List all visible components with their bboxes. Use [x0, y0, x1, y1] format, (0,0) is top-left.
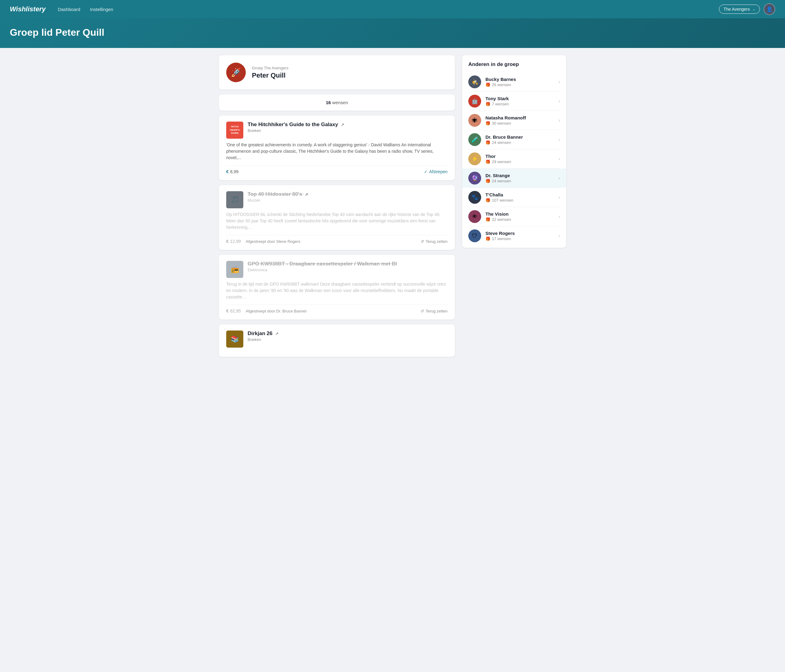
chevron-right-icon: › — [558, 118, 560, 123]
external-link-icon[interactable]: ↗ — [275, 331, 278, 336]
member-item[interactable]: 🐾 T'Challa 🎁 107 wensen › — [462, 188, 566, 207]
gift-icon: 🎁 — [485, 159, 490, 164]
member-avatar: 🕵 — [468, 75, 481, 88]
wish-header: 📚 Dirkjan 26 ↗ Boeken — [226, 331, 447, 348]
wish-title-area: The Hitchhiker's Guide to the Galaxy ↗ B… — [248, 122, 344, 133]
wish-header: 🎵 Top 40 Hitdossier 80's ↗ Muziek — [226, 191, 447, 208]
terug-zetten-button[interactable]: ↺ Terug zetten — [421, 309, 447, 313]
wish-card-content: 📻 GPO KW938BT - Draagbare cassettespeler… — [219, 255, 455, 320]
wish-thumbnail: HITCHHIKER'SGUIDE — [226, 122, 243, 139]
member-item[interactable]: 🔮 Dr. Strange 🎁 24 wensen › — [462, 168, 566, 187]
member-name: T'Challa — [485, 192, 554, 197]
wish-category: Elektronica — [248, 268, 397, 272]
member-name: Dr. Bruce Banner — [485, 134, 554, 140]
wishes-count-content: 16 wensen — [219, 94, 455, 111]
price-value: 12,99 — [230, 239, 241, 244]
chevron-right-icon: › — [558, 98, 560, 104]
external-link-icon[interactable]: ↗ — [305, 192, 308, 197]
member-wishes: 🎁 26 wensen — [485, 83, 554, 87]
member-item[interactable]: 🕷 Natasha Romanoff 🎁 30 wensen › — [462, 111, 566, 130]
gift-icon: 🎁 — [485, 179, 490, 183]
user-avatar-button[interactable]: 👤 — [764, 3, 775, 15]
wish-category: Boeken — [248, 337, 278, 342]
member-details: The Vision 🎁 22 wensen — [485, 211, 554, 222]
logo: Wishlistery — [10, 5, 45, 13]
refresh-icon: ↺ — [421, 309, 424, 313]
member-item[interactable]: 👁 The Vision 🎁 22 wensen › — [462, 207, 566, 226]
member-item[interactable]: 🛡 Steve Rogers 🎁 17 wensen › — [462, 226, 566, 245]
wish-header: HITCHHIKER'SGUIDE The Hitchhiker's Guide… — [226, 122, 447, 139]
price-value: 8,99 — [230, 169, 238, 174]
wish-card-dirkjan: 📚 Dirkjan 26 ↗ Boeken — [219, 324, 455, 357]
profile-card-inner: 🚀 Groep The Avengers Peter Quill — [219, 55, 455, 89]
chevron-right-icon: › — [558, 214, 560, 219]
member-item[interactable]: 🤖 Tony Stark 🎁 7 wensen › — [462, 92, 566, 111]
member-name: Thor — [485, 154, 554, 159]
group-panel-title: Anderen in de groep — [462, 61, 566, 72]
member-item[interactable]: ⚡ Thor 🎁 29 wensen › — [462, 150, 566, 168]
wish-title: The Hitchhiker's Guide to the Galaxy ↗ — [248, 122, 344, 128]
member-avatar: 🔮 — [468, 172, 481, 184]
profile-member-name: Peter Quill — [252, 72, 289, 80]
external-link-icon[interactable]: ↗ — [341, 123, 344, 127]
member-item[interactable]: 🕵 Bucky Barnes 🎁 26 wensen › — [462, 72, 566, 91]
member-avatar: 🤖 — [468, 95, 481, 108]
page-title: Groep lid Peter Quill — [10, 27, 775, 38]
member-wishes: 🎁 24 wensen — [485, 140, 554, 145]
afstrepen-button[interactable]: ✓ Afstrepen — [424, 169, 447, 174]
wish-description: 'One of the greatest achievements in com… — [226, 142, 447, 161]
gift-icon: 🎁 — [485, 236, 490, 241]
wish-title: Dirkjan 26 ↗ — [248, 331, 278, 337]
wish-header: 📻 GPO KW938BT - Draagbare cassettespeler… — [226, 261, 447, 278]
member-wishes: 🎁 7 wensen — [485, 102, 554, 106]
chevron-right-icon: › — [558, 79, 560, 84]
nav-dashboard[interactable]: Dashboard — [58, 7, 80, 12]
page-header: Groep lid Peter Quill — [0, 18, 785, 48]
terug-zetten-label: Terug zetten — [425, 239, 447, 244]
euro-icon: € — [226, 309, 229, 313]
member-details: Steve Rogers 🎁 17 wensen — [485, 231, 554, 241]
member-name: The Vision — [485, 211, 554, 217]
wish-thumbnail: 📻 — [226, 261, 243, 278]
right-column: Anderen in de groep 🕵 Bucky Barnes 🎁 26 … — [462, 55, 566, 248]
gift-icon: 🎁 — [485, 121, 490, 126]
wish-category: Boeken — [248, 128, 344, 133]
wish-description: Terug in de tijd met de GPO KW938BT walk… — [226, 281, 447, 300]
wishes-count-label: wensen — [331, 100, 348, 105]
member-details: Thor 🎁 29 wensen — [485, 154, 554, 164]
group-selector[interactable]: The Avengers ⌄ — [719, 5, 760, 14]
member-wishes-count: 29 wensen — [492, 159, 511, 164]
gift-icon: 🎁 — [485, 83, 490, 87]
profile-group-label: Groep The Avengers — [252, 65, 289, 70]
profile-card: 🚀 Groep The Avengers Peter Quill — [219, 55, 455, 89]
wish-footer: € 62,95 Afgestreept door Dr. Bruce Banne… — [226, 304, 447, 313]
gift-icon: 🎁 — [485, 217, 490, 222]
member-wishes: 🎁 30 wensen — [485, 121, 554, 126]
nav-instellingen[interactable]: Instellingen — [90, 7, 113, 12]
terug-zetten-button[interactable]: ↺ Terug zetten — [421, 239, 447, 244]
member-avatar: 🧪 — [468, 133, 481, 146]
member-wishes: 🎁 22 wensen — [485, 217, 554, 222]
member-details: Natasha Romanoff 🎁 30 wensen — [485, 115, 554, 126]
gift-icon: 🎁 — [485, 198, 490, 203]
member-details: Tony Stark 🎁 7 wensen — [485, 96, 554, 106]
wish-footer: € 12,99 Afgestreept door Steve Rogers ↺ … — [226, 235, 447, 244]
wish-card-top40: 🎵 Top 40 Hitdossier 80's ↗ Muziek Op HIT… — [219, 185, 455, 250]
member-avatar: 🛡 — [468, 229, 481, 242]
member-name: Natasha Romanoff — [485, 115, 554, 120]
chevron-right-icon: › — [558, 175, 560, 181]
wish-price: € 12,99 — [226, 239, 241, 244]
member-item[interactable]: 🧪 Dr. Bruce Banner 🎁 24 wensen › — [462, 130, 566, 149]
navbar: Wishlistery Dashboard Instellingen The A… — [0, 0, 785, 18]
wish-card-content: 🎵 Top 40 Hitdossier 80's ↗ Muziek Op HIT… — [219, 185, 455, 250]
navbar-right: The Avengers ⌄ 👤 — [719, 3, 775, 15]
member-wishes-count: 24 wensen — [492, 140, 511, 145]
member-details: Bucky Barnes 🎁 26 wensen — [485, 77, 554, 87]
member-wishes-count: 24 wensen — [492, 179, 511, 183]
member-avatar: 🕷 — [468, 114, 481, 127]
afgestreept-label: Afgestreept door Dr. Bruce Banner — [246, 309, 306, 313]
group-selector-label: The Avengers — [724, 7, 750, 12]
gift-icon: 🎁 — [485, 140, 490, 145]
chevron-right-icon: › — [558, 195, 560, 200]
member-avatar: 👁 — [468, 210, 481, 223]
